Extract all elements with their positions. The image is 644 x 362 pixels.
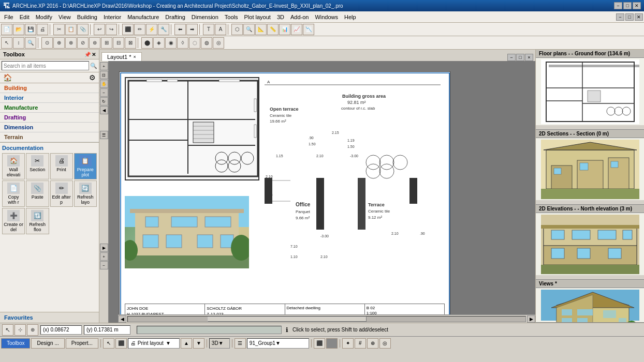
doc-create-or-del[interactable]: ➕ Create or del [2, 208, 25, 234]
tool2-16[interactable]: ◌ [189, 37, 200, 49]
search-icon[interactable]: 🔍 [90, 63, 97, 69]
app-win-close[interactable]: ✕ [635, 13, 643, 21]
doc-prepare-plot[interactable]: 📋 Prepare plot [74, 153, 97, 179]
tool-12[interactable]: 📏 [267, 24, 279, 35]
tool-15[interactable]: 📉 [303, 24, 314, 35]
drawing-canvas[interactable]: A Open terrace Ceramic tile 19.66 m² Bui… [109, 61, 535, 323]
design-tab[interactable]: Design ... [31, 338, 64, 349]
zoom-fit-btn[interactable]: ⊡ [100, 71, 108, 79]
close-button[interactable]: ✕ [633, 2, 641, 9]
toolbox-close[interactable]: ✕ [92, 52, 96, 57]
group-dropdown[interactable]: 91_Group1 ▼ [247, 338, 309, 349]
category-terrain[interactable]: Terrain [0, 132, 99, 142]
toolbox-pin[interactable]: 📌 [84, 52, 91, 57]
minimize-button[interactable]: − [614, 2, 622, 9]
category-manufacture[interactable]: Manufacture [0, 103, 99, 113]
bb-btn-down[interactable]: ▼ [193, 338, 204, 349]
snap-btn[interactable]: ⊹ [14, 324, 26, 336]
snap-icon-btn[interactable]: ✦ [342, 338, 354, 349]
open-button[interactable]: 📂 [13, 24, 24, 35]
color-btn[interactable] [326, 338, 338, 349]
tool2-5[interactable]: ⊕ [53, 37, 65, 49]
layout-tab-close[interactable]: × [133, 54, 136, 59]
expand-left-btn[interactable]: ◀ [100, 106, 108, 114]
tool2-7[interactable]: ⊘ [77, 37, 89, 49]
coord-btn[interactable]: ⊕ [27, 324, 38, 336]
cut-button[interactable]: ✂ [53, 24, 65, 35]
paste-button[interactable]: 📎 [77, 24, 89, 35]
win-minimize-btn[interactable]: − [507, 54, 516, 61]
menu-item-help[interactable]: Help [341, 13, 359, 21]
redo-button[interactable]: ↪ [106, 24, 117, 35]
tool2-15[interactable]: ◊ [177, 37, 188, 49]
menu-item-3d[interactable]: 3D [274, 13, 287, 21]
menu-item-interior[interactable]: Interior [100, 13, 124, 21]
doc-wall-elevation[interactable]: 🏠 Wall elevati [2, 153, 25, 179]
tool-8[interactable]: A [215, 24, 226, 35]
doc-print[interactable]: 🖨 Print [50, 153, 73, 179]
tool-13[interactable]: 📊 [279, 24, 290, 35]
tool-4[interactable]: 🔧 [158, 24, 169, 35]
list-btn[interactable]: ☰ [100, 131, 108, 139]
views-image[interactable]: + ▲ ⊡ ◀ ✋ ▶ − ▼ ⊕ [536, 288, 644, 323]
category-drafting[interactable]: Drafting [0, 113, 99, 123]
cursor-tool-btn[interactable]: ↖ [2, 324, 13, 336]
category-interior[interactable]: Interior [0, 93, 99, 103]
expand-right-btn[interactable]: ▶ [100, 244, 108, 252]
elevations-image[interactable] [536, 213, 644, 275]
menu-item-modify[interactable]: Modify [33, 13, 55, 21]
doc-refresh-layo[interactable]: 🔄 Refresh layo [74, 180, 97, 207]
app-win-maximize[interactable]: □ [625, 13, 634, 21]
grid-btn[interactable]: # [355, 338, 366, 349]
tool2-6[interactable]: ⊗ [65, 37, 77, 49]
tool2-9[interactable]: ⊞ [101, 37, 112, 49]
category-building[interactable]: Building [0, 83, 99, 93]
copy-button[interactable]: 📋 [65, 24, 77, 35]
zoom-out-btn[interactable]: − [100, 88, 108, 97]
tool2-13[interactable]: ◈ [153, 37, 165, 49]
tool-11[interactable]: 📐 [255, 24, 267, 35]
sections-image[interactable] [536, 138, 644, 200]
bb-btn-1[interactable]: ↖ [103, 338, 114, 349]
polar-btn[interactable]: ◎ [379, 338, 391, 349]
hscroll-left-btn[interactable]: ◀ [118, 315, 126, 323]
tool2-12[interactable]: ⬤ [141, 37, 153, 49]
zoom-minus-btn[interactable]: − [100, 261, 108, 269]
pan-btn[interactable]: ✋ [100, 80, 108, 88]
tool2-11[interactable]: ⊠ [125, 37, 136, 49]
search-input[interactable] [2, 61, 89, 70]
hscroll-track[interactable] [127, 316, 526, 322]
properties-tab[interactable]: Propert... [66, 338, 98, 349]
home-icon[interactable]: 🏠 [3, 73, 12, 82]
tool-5[interactable]: ⬅ [174, 24, 186, 35]
doc-refresh-floo[interactable]: 🔃 Refresh floo [26, 208, 49, 234]
settings-icon[interactable]: ⚙ [89, 73, 96, 82]
win-close-btn[interactable]: × [525, 54, 533, 61]
doc-section[interactable]: ✂ Section [26, 153, 49, 179]
rotate-btn[interactable]: ↻ [100, 97, 108, 105]
tool2-18[interactable]: ◎ [213, 37, 224, 49]
zoom-plus-btn[interactable]: + [100, 252, 108, 261]
new-button[interactable]: 📄 [1, 24, 12, 35]
tool-6[interactable]: ➡ [186, 24, 198, 35]
print-button[interactable]: 🖨 [37, 24, 48, 35]
app-win-minimize[interactable]: − [616, 13, 624, 21]
tool-2[interactable]: ✏ [134, 24, 145, 35]
undo-button[interactable]: ↩ [94, 24, 105, 35]
save-button[interactable]: 💾 [25, 24, 36, 35]
menu-item-dimension[interactable]: Dimension [188, 13, 222, 21]
tool-14[interactable]: 📈 [291, 24, 302, 35]
tool2-17[interactable]: ◍ [201, 37, 212, 49]
horizontal-scrollbar[interactable]: ◀ ▶ [118, 314, 535, 323]
menu-item-windows[interactable]: Windows [312, 13, 341, 21]
tool2-8[interactable]: ⊛ [89, 37, 100, 49]
toolbox-tab[interactable]: Toolbox [1, 338, 30, 349]
favourites-section[interactable]: Favourites [0, 312, 99, 323]
layer-icon-btn[interactable]: ⬛ [314, 338, 325, 349]
category-dimension[interactable]: Dimension [0, 123, 99, 132]
3d-dropdown[interactable]: 3D ▼ [209, 338, 230, 349]
bb-btn-2[interactable]: ⬛ [115, 338, 127, 349]
tool2-4[interactable]: ⊙ [41, 37, 53, 49]
win-restore-btn[interactable]: □ [516, 54, 524, 61]
menu-item-file[interactable]: File [1, 13, 17, 21]
